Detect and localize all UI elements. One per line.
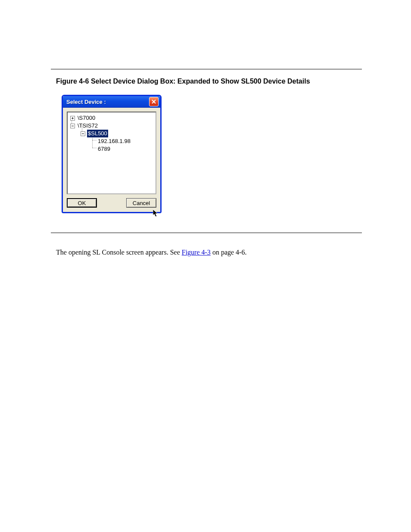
body-suffix: on page 4-6. (211, 249, 247, 256)
tree-item-port[interactable]: 6789 (69, 145, 154, 153)
ok-button[interactable]: OK (67, 198, 97, 208)
tree-item-label: \S7000 (77, 114, 96, 122)
figure-caption: Figure 4-6 Select Device Dialog Box: Exp… (56, 78, 310, 85)
tree-item-sl500[interactable]: $SL500 (69, 130, 154, 137)
body-prefix: The opening SL Console screen appears. S… (56, 249, 182, 256)
select-device-dialog: Select Device : (62, 95, 162, 213)
cancel-button[interactable]: Cancel (126, 198, 156, 208)
rule-top (51, 69, 362, 69)
close-icon (151, 99, 156, 104)
body-paragraph: The opening SL Console screen appears. S… (56, 248, 362, 257)
tree-item-label: \TSIS72 (77, 122, 99, 130)
device-tree[interactable]: \S7000 \TSIS72 $SL500 (67, 112, 156, 194)
tree-item-s7000[interactable]: \S7000 (69, 114, 154, 122)
titlebar[interactable]: Select Device : (63, 96, 160, 108)
dialog-buttons: OK Cancel (67, 198, 156, 208)
figure-link[interactable]: Figure 4-3 (182, 249, 211, 256)
close-button[interactable] (149, 97, 159, 106)
page: Figure 4-6 Select Device Dialog Box: Exp… (0, 0, 411, 532)
rule-bottom (51, 233, 362, 233)
tree-item-ip[interactable]: 192.168.1.98 (69, 137, 154, 145)
tree-item-tsis72[interactable]: \TSIS72 (69, 122, 154, 130)
plus-icon[interactable] (70, 116, 75, 121)
tree-item-label: 192.168.1.98 (97, 137, 131, 145)
tree-item-label: $SL500 (87, 130, 108, 137)
dialog-title: Select Device : (66, 99, 106, 105)
minus-icon[interactable] (70, 124, 75, 128)
tree-item-label: 6789 (97, 145, 111, 153)
minus-icon[interactable] (81, 131, 85, 136)
dialog-body: \S7000 \TSIS72 $SL500 (63, 108, 160, 212)
